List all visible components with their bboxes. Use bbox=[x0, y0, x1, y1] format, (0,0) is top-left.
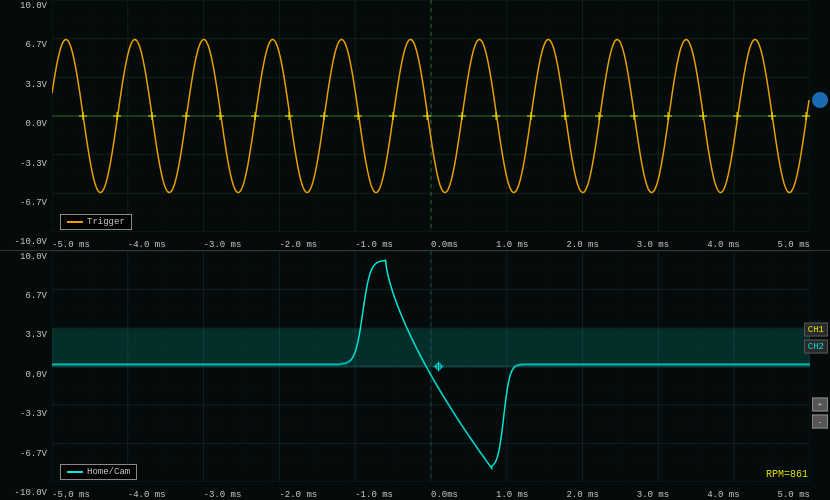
rpm-display: RPM=861 bbox=[766, 469, 808, 480]
bot-y-2: 3.3V bbox=[2, 331, 50, 340]
oscilloscope-display: 10.0V 6.7V 3.3V 0.0V -3.3V -6.7V -10.0V … bbox=[0, 0, 830, 500]
y-label-1: 6.7V bbox=[2, 41, 50, 50]
bottom-rect-button-1[interactable]: + bbox=[812, 397, 828, 411]
top-side-controls[interactable] bbox=[812, 92, 828, 108]
bottom-channel-panel: 10.0V 6.7V 3.3V 0.0V -3.3V -6.7V -10.0V … bbox=[0, 251, 830, 501]
bot-y-neg2: -6.7V bbox=[2, 450, 50, 459]
top-channel-panel: 10.0V 6.7V 3.3V 0.0V -3.3V -6.7V -10.0V … bbox=[0, 0, 830, 251]
y-label-neg1: -3.3V bbox=[2, 160, 50, 169]
channel-labels[interactable]: CH1 CH2 bbox=[804, 322, 828, 353]
bot-y-zero: 0.0V bbox=[2, 371, 50, 380]
bot-y-1: 6.7V bbox=[2, 292, 50, 301]
top-waveform-canvas bbox=[52, 0, 810, 232]
y-label-2: 3.3V bbox=[2, 81, 50, 90]
bot-y-top: 10.0V bbox=[2, 253, 50, 262]
top-legend: Trigger bbox=[60, 214, 132, 230]
top-x-axis: -5.0 ms -4.0 ms -3.0 ms -2.0 ms -1.0 ms … bbox=[52, 240, 810, 250]
top-circle-button[interactable] bbox=[812, 92, 828, 108]
y-label-bot: -10.0V bbox=[2, 238, 50, 247]
bottom-legend-text: Home/Cam bbox=[87, 467, 130, 477]
y-label-top: 10.0V bbox=[2, 2, 50, 11]
y-label-zero: 0.0V bbox=[2, 120, 50, 129]
bottom-rect-button-2[interactable]: - bbox=[812, 414, 828, 428]
ch1-label[interactable]: CH1 bbox=[804, 322, 828, 336]
bottom-side-controls[interactable]: + - bbox=[812, 397, 828, 428]
y-label-neg2: -6.7V bbox=[2, 199, 50, 208]
top-y-axis: 10.0V 6.7V 3.3V 0.0V -3.3V -6.7V -10.0V bbox=[0, 0, 52, 250]
bot-y-neg1: -3.3V bbox=[2, 410, 50, 419]
bottom-legend: Home/Cam bbox=[60, 464, 137, 480]
top-legend-line bbox=[67, 221, 83, 223]
bottom-waveform-canvas bbox=[52, 251, 810, 483]
bottom-y-axis: 10.0V 6.7V 3.3V 0.0V -3.3V -6.7V -10.0V bbox=[0, 251, 52, 501]
bottom-x-axis: -5.0 ms -4.0 ms -3.0 ms -2.0 ms -1.0 ms … bbox=[52, 490, 810, 500]
top-legend-text: Trigger bbox=[87, 217, 125, 227]
bottom-legend-line bbox=[67, 471, 83, 473]
bot-y-bot: -10.0V bbox=[2, 489, 50, 498]
ch2-label[interactable]: CH2 bbox=[804, 339, 828, 353]
